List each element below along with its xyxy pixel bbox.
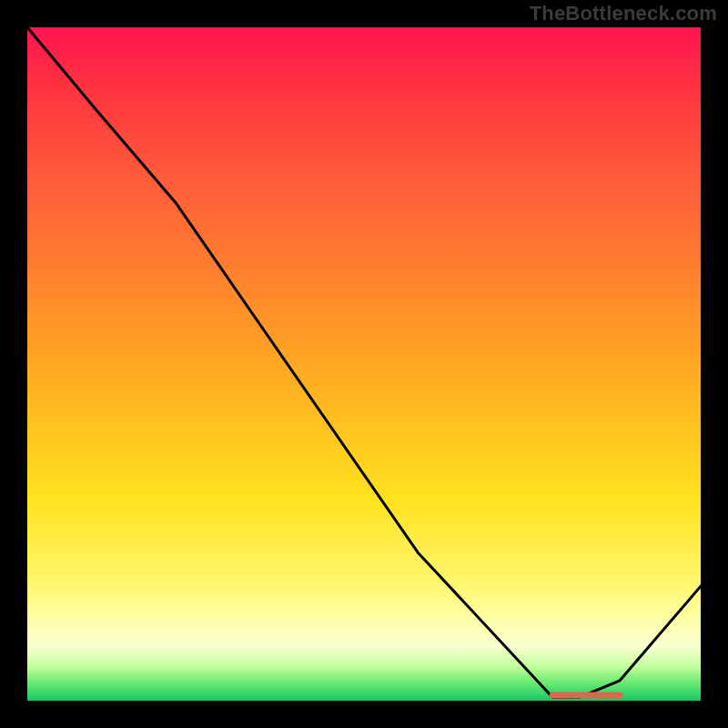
chart-stage: TheBottleneck.com (0, 0, 728, 728)
chart-plot-area (27, 27, 701, 701)
bottleneck-curve (27, 27, 701, 697)
chart-svg (27, 27, 701, 701)
watermark-text: TheBottleneck.com (530, 2, 717, 25)
